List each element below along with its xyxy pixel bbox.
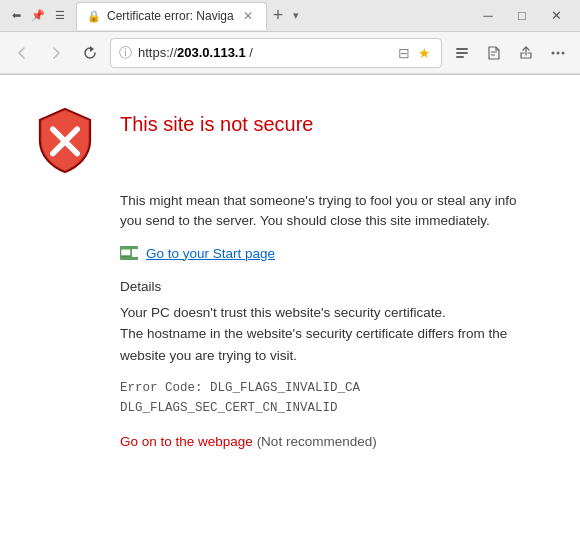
tab-bar: 🔒 Certificate error: Naviga ✕ + ▾ (76, 2, 472, 30)
details-line2: The hostname in the website's security c… (120, 326, 507, 363)
tab-close-button[interactable]: ✕ (240, 8, 256, 24)
title-bar-icons: ⬅ 📌 ☰ (8, 8, 68, 24)
error-code-line1: Error Code: DLG_FLAGS_INVALID_CA (120, 381, 360, 395)
error-header: This site is not secure (30, 105, 540, 175)
go-on-section: Go on to the webpage (Not recommended) (120, 434, 540, 449)
hub-icon[interactable] (448, 39, 476, 67)
minimize-button[interactable]: ─ (472, 2, 504, 30)
notes-icon[interactable] (480, 39, 508, 67)
back-button[interactable] (8, 39, 36, 67)
more-button[interactable] (544, 39, 572, 67)
url-path: / (246, 45, 253, 60)
url-text: https://203.0.113.1 / (138, 45, 253, 60)
favorites-icon[interactable]: ★ (416, 43, 433, 63)
error-description-text: This might mean that someone's trying to… (120, 193, 517, 228)
refresh-button[interactable] (76, 39, 104, 67)
details-text: Your PC doesn't trust this website's sec… (120, 302, 540, 367)
svg-rect-2 (456, 52, 468, 54)
reader-view-icon[interactable]: ⊟ (396, 43, 412, 63)
url-host: 203.0.113.1 (177, 45, 246, 60)
not-recommended-label: (Not recommended) (257, 434, 377, 449)
url-action-icons: ⊟ ★ (396, 43, 433, 63)
back-history-icon[interactable]: ⬅ (8, 8, 24, 24)
settings-menu-icon[interactable]: ☰ (52, 8, 68, 24)
svg-point-8 (557, 51, 560, 54)
go-on-link[interactable]: Go on to the webpage (120, 434, 253, 449)
maximize-button[interactable]: □ (506, 2, 538, 30)
title-bar: ⬅ 📌 ☰ 🔒 Certificate error: Naviga ✕ + ▾ … (0, 0, 580, 32)
error-code-box: Error Code: DLG_FLAGS_INVALID_CA DLG_FLA… (120, 378, 540, 418)
start-page-section: Go to your Start page (120, 246, 540, 261)
url-box[interactable]: ⓘ https://203.0.113.1 / ⊟ ★ (110, 38, 442, 68)
tab-label: Certificate error: Naviga (107, 9, 234, 23)
svg-marker-0 (90, 46, 94, 52)
toolbar-icons (448, 39, 572, 67)
svg-rect-1 (456, 48, 468, 50)
svg-point-9 (562, 51, 565, 54)
details-section: Details Your PC doesn't trust this websi… (120, 279, 540, 367)
tab-favicon: 🔒 (87, 10, 101, 23)
pin-icon[interactable]: 📌 (30, 8, 46, 24)
svg-point-7 (552, 51, 555, 54)
start-page-link[interactable]: Go to your Start page (146, 246, 275, 261)
share-icon[interactable] (512, 39, 540, 67)
details-heading: Details (120, 279, 540, 294)
start-page-icon (120, 246, 138, 260)
error-code-line2: DLG_FLAGS_SEC_CERT_CN_INVALID (120, 401, 338, 415)
svg-rect-3 (456, 56, 464, 58)
address-bar: ⓘ https://203.0.113.1 / ⊟ ★ (0, 32, 580, 74)
window-controls: ─ □ ✕ (472, 2, 572, 30)
active-tab[interactable]: 🔒 Certificate error: Naviga ✕ (76, 2, 267, 30)
details-line1: Your PC doesn't trust this website's sec… (120, 305, 446, 320)
url-security-icon: ⓘ (119, 44, 132, 62)
forward-button[interactable] (42, 39, 70, 67)
new-tab-button[interactable]: + (267, 5, 290, 26)
content-area: This site is not secure This might mean … (0, 74, 580, 554)
error-description: This might mean that someone's trying to… (120, 191, 540, 232)
svg-rect-13 (121, 249, 130, 255)
svg-rect-14 (121, 256, 130, 257)
close-button[interactable]: ✕ (540, 2, 572, 30)
url-scheme: https:// (138, 45, 177, 60)
shield-icon (30, 105, 100, 175)
tab-dropdown-button[interactable]: ▾ (289, 9, 303, 22)
error-title: This site is not secure (120, 113, 313, 136)
